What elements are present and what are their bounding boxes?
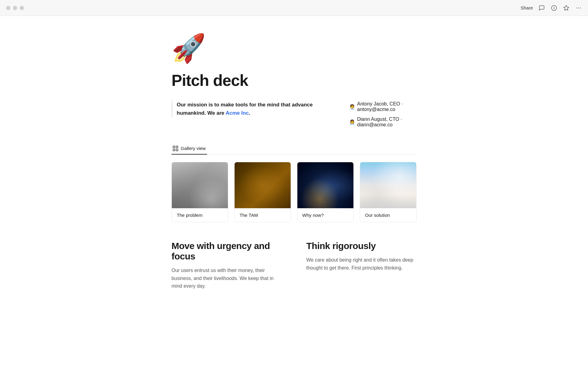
svg-point-5 [578,7,579,8]
urgency-text: Our users entrust us with their money, t… [172,266,282,290]
star-icon[interactable] [563,5,570,11]
titlebar: Share [0,0,588,16]
gallery-card-tam[interactable]: The TAM [234,162,291,222]
cto-contact-text: Diann August, CTO · diann@acme.co [357,117,417,128]
contact-cto: 👩‍💼 Diann August, CTO · diann@acme.co [349,117,417,128]
bottom-section-urgency: Move with urgency and focus Our users en… [172,241,282,290]
card-image-solution [360,162,416,208]
acme-link[interactable]: Acme Inc [226,110,249,116]
svg-rect-9 [173,149,175,151]
ceo-contact-text: Antony Jacob, CEO · antony@acme.co [357,101,417,112]
gallery-section: Gallery view The problem The TAM Why now… [172,142,417,222]
contacts-block: 🧑‍💼 Antony Jacob, CEO · antony@acme.co 👩… [349,101,417,128]
more-icon[interactable] [575,5,582,11]
bottom-sections: Move with urgency and focus Our users en… [172,241,417,290]
page-title: Pitch deck [172,71,417,90]
page-icon: 🚀 [172,34,417,62]
comment-icon[interactable] [538,5,545,11]
bottom-section-rigorously: Think rigorously We care about being rig… [306,241,417,290]
card-label-problem: The problem [172,208,228,222]
svg-rect-7 [173,146,175,148]
rigorously-text: We care about being right and it often t… [306,256,417,272]
svg-rect-8 [176,146,178,148]
gallery-card-whynow[interactable]: Why now? [297,162,354,222]
info-icon[interactable] [551,5,557,11]
card-label-solution: Our solution [360,208,416,222]
rigorously-title: Think rigorously [306,241,417,251]
titlebar-actions: Share [521,5,582,11]
close-dot [6,6,10,10]
svg-marker-3 [564,5,569,10]
fullscreen-dot [20,6,24,10]
ceo-emoji: 🧑‍💼 [349,104,355,110]
urgency-title: Move with urgency and focus [172,241,282,262]
card-image-problem [172,162,228,208]
card-label-tam: The TAM [235,208,291,222]
minimize-dot [13,6,17,10]
gallery-tab-label: Gallery view [181,146,206,151]
gallery-card-solution[interactable]: Our solution [360,162,417,222]
description-text: Our mission is to make tools for the min… [177,101,325,117]
card-image-tam [235,162,291,208]
main-content: 🚀 Pitch deck Our mission is to make tool… [110,16,478,309]
window-controls [6,6,24,10]
card-image-whynow [297,162,353,208]
gallery-grid: The problem The TAM Why now? Our solutio… [172,162,417,222]
share-button[interactable]: Share [521,5,533,10]
gallery-view-icon [173,145,178,151]
gallery-card-problem[interactable]: The problem [172,162,228,222]
card-label-whynow: Why now? [297,208,353,222]
gallery-tab-bar: Gallery view [172,142,417,155]
svg-rect-10 [176,149,178,151]
svg-point-4 [576,7,577,8]
gallery-view-tab[interactable]: Gallery view [172,142,207,155]
svg-point-6 [580,7,581,8]
cto-emoji: 👩‍💼 [349,119,355,125]
description-block: Our mission is to make tools for the min… [172,101,325,117]
contact-ceo: 🧑‍💼 Antony Jacob, CEO · antony@acme.co [349,101,417,112]
description-row: Our mission is to make tools for the min… [172,101,417,128]
